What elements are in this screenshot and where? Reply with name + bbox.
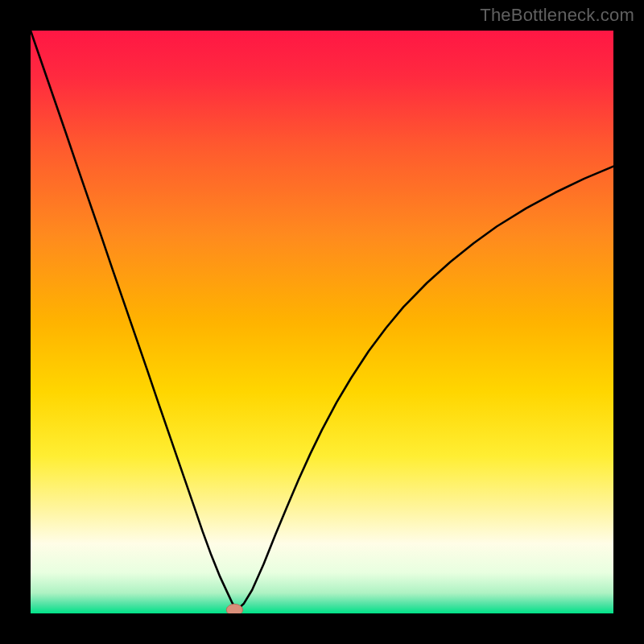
optimal-point-marker (226, 604, 242, 613)
gradient-background (31, 31, 613, 613)
plot-area (31, 31, 613, 613)
chart-frame: TheBottleneck.com (0, 0, 644, 644)
attribution-text: TheBottleneck.com (480, 5, 634, 26)
bottleneck-chart (31, 31, 613, 613)
